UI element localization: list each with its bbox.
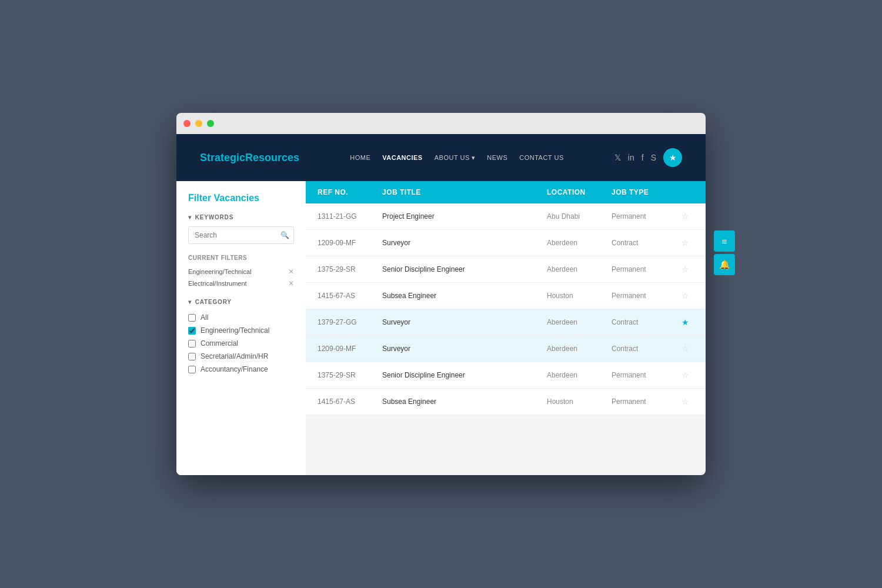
table-header: Ref No. Job Title Location Job Type [306,181,706,203]
job-ref: 1209-09-MF [318,345,382,353]
job-title: Senior Discipline Engineer [382,265,547,273]
job-title: Subsea Engineer [382,292,547,300]
job-star-col: ★ [676,318,694,327]
category-section-label: ▾ CATEGORY [188,299,294,305]
star-button[interactable]: ☆ [681,212,689,221]
job-ref: 1415-67-AS [318,292,382,300]
window-minimize-dot[interactable] [195,120,202,127]
job-star-col: ☆ [676,291,694,300]
star-button[interactable]: ☆ [681,397,689,406]
table-row[interactable]: 1375-29-SR Senior Discipline Engineer Ab… [306,256,706,283]
category-secretarial: Secretarial/Admin/HR [188,350,294,363]
floating-action-buttons: ≡ 🔔 [714,230,735,275]
job-type: Permanent [612,265,676,273]
remove-filter-engineering[interactable]: ✕ [288,268,294,276]
star-button[interactable]: ☆ [681,370,689,380]
job-star-col: ☆ [676,397,694,406]
job-title: Senior Discipline Engineer [382,371,547,379]
star-button[interactable]: ☆ [681,265,689,274]
remove-filter-electrical[interactable]: ✕ [288,279,294,288]
browser-chrome [176,113,706,134]
table-row[interactable]: 1209-09-MF Surveyor Aberdeen Contract ☆ [306,230,706,256]
favorite-button[interactable]: ★ [663,148,682,167]
table-row[interactable]: 1415-67-AS Subsea Engineer Houston Perma… [306,389,706,415]
jobs-area: Ref No. Job Title Location Job Type 1311… [306,181,706,475]
category-secretarial-label: Secretarial/Admin/HR [201,352,268,360]
job-star-col: ☆ [676,265,694,274]
current-filters-label: CURRENT FILTERS [188,255,294,261]
header-location: Location [547,188,612,196]
search-box: 🔍 [188,226,294,244]
job-type: Contract [612,318,676,326]
main-content: Filter Vacancies ▾ KEYWORDS 🔍 CURRENT FI… [176,181,706,475]
window-close-dot[interactable] [183,120,191,127]
job-location: Houston [547,292,612,300]
site-header: StrategicResources HOME VACANCIES ABOUT … [176,134,706,181]
job-ref: 1379-27-GG [318,318,382,326]
filter-title: Filter Vacancies [188,193,294,203]
job-title: Project Engineer [382,212,547,220]
job-location: Houston [547,397,612,406]
nav-news[interactable]: NEWS [487,154,507,161]
nav-contact[interactable]: CONTACT US [519,154,564,161]
table-row[interactable]: 1209-09-MF Surveyor Aberdeen Contract ☆ [306,336,706,362]
header-ref: Ref No. [318,188,382,196]
filter-tag-label: Electrical/Instrument [188,280,247,287]
job-ref: 1415-67-AS [318,397,382,406]
job-ref: 1375-29-SR [318,265,382,273]
job-type: Contract [612,345,676,353]
main-nav: HOME VACANCIES ABOUT US ▾ NEWS CONTACT U… [350,154,564,162]
star-button[interactable]: ★ [681,318,689,327]
job-location: Aberdeen [547,265,612,273]
category-all-checkbox[interactable] [188,314,196,322]
category-engineering-checkbox[interactable] [188,327,196,335]
category-accountancy-checkbox[interactable] [188,366,196,373]
category-accountancy-label: Accountancy/Finance [201,365,268,373]
filter-tag-electrical: Electrical/Instrument ✕ [188,278,294,289]
search-icon: 🔍 [280,231,289,239]
header-star [676,188,694,196]
twitter-icon[interactable]: 𝕏 [614,153,621,162]
table-row[interactable]: 1379-27-GG Surveyor Aberdeen Contract ★ [306,309,706,336]
category-accountancy: Accountancy/Finance [188,363,294,376]
job-location: Aberdeen [547,239,612,247]
table-row[interactable]: 1415-67-AS Subsea Engineer Houston Perma… [306,283,706,309]
site-logo[interactable]: StrategicResources [200,152,299,164]
star-button[interactable]: ☆ [681,291,689,300]
window-maximize-dot[interactable] [207,120,214,127]
job-title: Surveyor [382,318,547,326]
linkedin-icon[interactable]: in [628,153,634,162]
dropdown-arrow-icon: ▾ [472,154,476,162]
logo-static: Strategic [200,152,245,163]
nav-vacancies[interactable]: VACANCIES [382,154,422,161]
job-location: Aberdeen [547,371,612,379]
job-ref: 1311-21-GG [318,212,382,220]
job-ref: 1375-29-SR [318,371,382,379]
nav-about[interactable]: ABOUT US ▾ [435,154,476,162]
star-button[interactable]: ☆ [681,344,689,353]
job-title: Surveyor [382,345,547,353]
filter-tag-engineering: Engineering/Technical ✕ [188,266,294,278]
job-star-col: ☆ [676,212,694,221]
list-action-button[interactable]: ≡ [714,230,735,252]
table-row[interactable]: 1311-21-GG Project Engineer Abu Dhabi Pe… [306,203,706,230]
header-title: Job Title [382,188,547,196]
category-secretarial-checkbox[interactable] [188,353,196,360]
job-title: Surveyor [382,239,547,247]
star-button[interactable]: ☆ [681,238,689,248]
search-input[interactable] [188,226,294,244]
category-all: All [188,311,294,324]
table-row[interactable]: 1375-29-SR Senior Discipline Engineer Ab… [306,362,706,389]
category-commercial-label: Commercial [201,339,238,348]
category-commercial-checkbox[interactable] [188,340,196,348]
filter-tag-label: Engineering/Technical [188,268,252,275]
nav-home[interactable]: HOME [350,154,370,161]
notification-action-button[interactable]: 🔔 [714,254,735,275]
job-type: Contract [612,239,676,247]
category-engineering: Engineering/Technical [188,324,294,337]
category-commercial: Commercial [188,337,294,350]
facebook-icon[interactable]: f [642,153,644,162]
job-type: Permanent [612,212,676,220]
category-arrow-icon: ▾ [188,299,192,305]
skype-icon[interactable]: S [651,153,656,162]
